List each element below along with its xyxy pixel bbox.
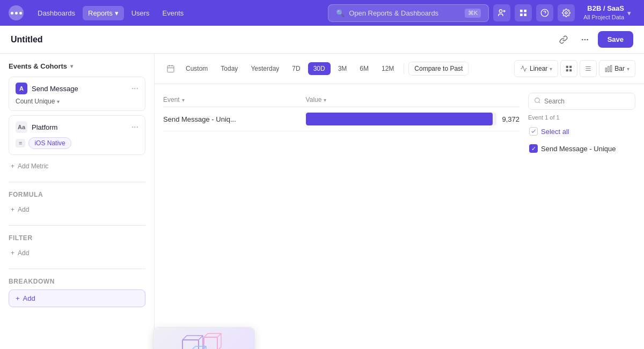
main-content: Events & Cohorts ▾ A Send Message ··· Co… [0,54,644,349]
toolbar-divider [404,63,404,74]
tooltip-image [153,328,254,349]
svg-rect-2 [520,10,523,12]
svg-point-1 [504,10,506,12]
nav-users[interactable]: Users [126,6,155,20]
more-options-button[interactable] [576,31,594,48]
svg-rect-19 [569,69,572,71]
property-value-row: = iOS Native [16,137,138,149]
settings-view-button[interactable] [580,60,597,77]
topnav-right: B2B / SaaS All Project Data ▾ [493,2,635,23]
svg-point-9 [582,39,583,40]
time-12m-button[interactable]: 12M [376,62,399,75]
top-navigation: Dashboards Reports ▾ Users Events 🔍 Open… [0,0,644,26]
select-all-checkbox[interactable] [529,127,538,136]
svg-point-11 [587,39,588,40]
property-name: Platform [32,123,57,131]
nav-dashboards[interactable]: Dashboards [32,6,80,20]
svg-rect-5 [524,13,527,16]
svg-point-0 [500,10,502,12]
formula-section-label: Formula [9,191,145,198]
formula-add-button[interactable]: + Add [9,203,145,217]
eq-operator: = [16,139,25,147]
bar-track [306,113,497,125]
settings-button[interactable] [558,4,575,21]
select-all-row[interactable]: Select all [528,125,635,138]
event-more-button[interactable]: ··· [131,84,138,93]
chart-main: Event ▾ Value ▾ Send Message - Uniq... [163,93,519,340]
chart-table-header: Event ▾ Value ▾ [163,93,519,107]
property-value: iOS Native [28,137,71,149]
left-sidebar: Events & Cohorts ▾ A Send Message ··· Co… [0,54,155,349]
event-col-chevron[interactable]: ▾ [182,97,185,103]
subheader: Untitled Save [0,26,644,54]
chevron-down-icon: ▾ [550,66,552,72]
events-cohorts-header[interactable]: Events & Cohorts ▾ [9,62,145,70]
chevron-down-icon: ▾ [627,66,630,72]
time-30d-button[interactable]: 30D [308,62,331,75]
add-metric-button[interactable]: + Add Metric [9,159,145,173]
svg-rect-23 [605,68,606,72]
event-card-send-message: A Send Message ··· Count Unique ▾ [9,77,145,111]
event-badge: A [16,83,27,94]
chart-area: Event ▾ Value ▾ Send Message - Uniq... [155,84,644,349]
time-custom-button[interactable]: Custom [180,62,213,75]
global-search[interactable]: 🔍 Open Reports & Dashboards ⌘K [328,4,489,22]
value-col-chevron[interactable]: ▾ [324,97,326,103]
select-all-label: Select all [541,128,569,136]
svg-rect-18 [566,69,568,71]
platform-property-card: Aa Platform ··· = iOS Native [9,115,145,155]
chevron-down-icon: ▾ [70,63,73,69]
event-item-checkbox[interactable]: ✓ [529,144,538,153]
plus-icon: + [11,206,14,213]
compare-to-past-button[interactable]: Compare to Past [408,62,469,76]
svg-line-30 [199,336,203,340]
link-button[interactable] [555,31,572,48]
event-search[interactable] [528,93,635,110]
svg-rect-16 [566,66,568,68]
nav-events[interactable]: Events [157,6,189,20]
row-event-label: Send Message - Uniq... [163,115,306,123]
search-icon [534,97,541,106]
time-6m-button[interactable]: 6M [354,62,374,75]
event-count: Event 1 of 1 [528,114,635,121]
svg-rect-28 [182,340,199,350]
right-panel: Event 1 of 1 Select all ✓ Send Message -… [528,93,635,340]
filter-add-button[interactable]: + Add [9,246,145,260]
user-menu[interactable]: B2B / SaaS All Project Data ▾ [579,2,635,23]
list-item[interactable]: ✓ Send Message - Unique [528,142,635,155]
bar-fill [306,113,493,125]
notifications-button[interactable] [493,4,510,21]
event-item-label: Send Message - Unique [541,145,616,153]
bar-value: 9,372 [502,115,519,123]
property-more-button[interactable]: ··· [131,123,138,131]
chart-type-selector[interactable]: Bar ▾ [599,60,635,77]
nav-reports[interactable]: Reports ▾ [83,6,124,20]
time-7d-button[interactable]: 7D [287,62,305,75]
svg-rect-4 [520,13,523,16]
svg-line-37 [217,347,221,350]
event-count-selector[interactable]: Count Unique ▾ [16,98,138,105]
svg-rect-24 [608,66,609,72]
svg-line-27 [539,102,540,103]
content-area: Custom Today Yesterday 7D 30D 3M 6M 12M … [155,54,644,349]
time-3m-button[interactable]: 3M [333,62,353,75]
svg-point-8 [565,12,567,14]
save-button[interactable]: Save [598,31,633,48]
time-yesterday-button[interactable]: Yesterday [245,62,284,75]
svg-line-29 [182,336,187,340]
chevron-down-icon: ▾ [115,9,119,17]
svg-rect-17 [569,66,572,68]
help-button[interactable] [536,4,553,21]
filter-section-label: Filter [9,234,145,242]
search-input[interactable] [544,98,630,105]
apps-button[interactable] [515,4,532,21]
subheader-actions: Save [555,31,633,48]
event-name: Send Message [32,85,78,93]
grid-view-button[interactable] [560,60,577,77]
app-logo[interactable] [9,5,24,20]
plus-icon: + [11,162,14,170]
chart-toolbar: Custom Today Yesterday 7D 30D 3M 6M 12M … [155,54,644,84]
breakdown-add-button[interactable]: + Add [9,289,145,307]
linear-selector[interactable]: Linear ▾ [514,60,558,77]
time-today-button[interactable]: Today [215,62,243,75]
